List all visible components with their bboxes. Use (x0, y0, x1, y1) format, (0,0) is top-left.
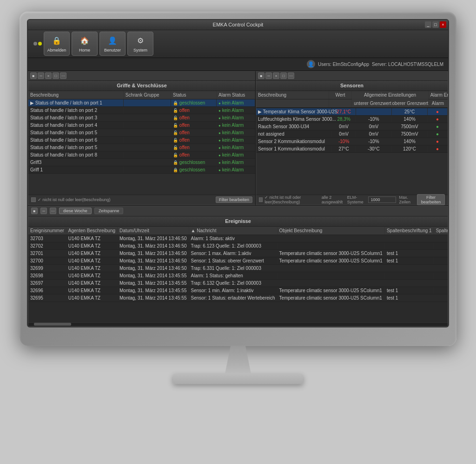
ereignisse-cell-nr: 32702 (28, 242, 66, 249)
sensoren-table-row[interactable]: Sensor 2 Kommunikationsmodul -10% -10% 1… (256, 137, 448, 145)
zeitspanne-btn[interactable]: Zeitspanne (94, 208, 124, 214)
griffe-table-row[interactable]: Status of handle / latch on port 5 🔓 off… (28, 129, 255, 136)
griffe-col-beschreibung[interactable]: Beschreibung (28, 91, 123, 99)
ereignisse-table-row[interactable]: 32702 U140 EMKA TZ Montag, 31. März 2014… (28, 242, 448, 249)
sensoren-hdr-beschreibung[interactable]: Beschreibung (256, 91, 329, 99)
ereignisse-cell-agent: U140 EMKA TZ (66, 294, 117, 301)
sensoren-tb-btn2[interactable]: ─ (265, 72, 272, 79)
minimize-button[interactable]: _ (425, 21, 431, 28)
ereignisse-scrollbar-thumb[interactable] (34, 323, 71, 326)
ereignisse-scrollbar[interactable] (28, 322, 448, 326)
sensoren-hdr-oberer[interactable]: oberer Grenzwert (390, 99, 428, 107)
griffe-filter-checkbox[interactable] (31, 197, 36, 202)
ereignisse-col-nr[interactable]: Ereignisnummer (28, 227, 66, 235)
griffe-filter-btn[interactable]: Filter bearbeiten (216, 196, 252, 203)
system-button[interactable]: ⚙ System (127, 32, 153, 56)
griffe-cell-gruppe (123, 144, 171, 151)
griffe-table-row[interactable]: Status of handle / latch on port 3 🔓 off… (28, 114, 255, 121)
griffe-cell-status: 🔓 offen (171, 114, 217, 121)
sensoren-alle-label: alle 2 ausgewählt (322, 195, 344, 204)
sensoren-cell-beschreibung: Sensor 2 Kommunikationsmodul (256, 137, 332, 145)
title-bar: EMKA Control Cockpit _ □ × (28, 20, 448, 30)
griffe-table-row[interactable]: Status of handle / latch on port 5 🔓 off… (28, 144, 255, 151)
griffe-table-row[interactable]: Status of handle / latch on port 8 🔓 off… (28, 151, 255, 158)
sensoren-table-row[interactable]: not assigned 0mV 0mV 7500mV ● (256, 130, 448, 137)
ereignisse-col-sp1[interactable]: Spaltenbeschriftung 1 (384, 227, 434, 235)
sensoren-hdr-alarm[interactable]: Alarm Ere... (428, 91, 447, 99)
ereignisse-table-row[interactable]: 32697 U140 EMKA TZ Montag, 31. März 2014… (28, 279, 448, 287)
sensoren-title-text: Sensoren (340, 83, 364, 88)
ereignisse-tb-btn3[interactable]: ⋯ (50, 208, 56, 214)
griffe-col-status[interactable]: Status (171, 91, 217, 99)
ereignisse-cell-nachricht: Trap: 6.123 Quelle: 1: Ziel 000003 (189, 242, 277, 249)
ereignisse-col-datum[interactable]: Datum/Uhrzeit (118, 227, 189, 235)
griffe-col-gruppe[interactable]: Schrank Gruppe (123, 91, 171, 99)
ereignisse-table-row[interactable]: 32698 U140 EMKA TZ Montag, 31. März 2014… (28, 272, 448, 279)
home-button[interactable]: 🏠 Home (72, 32, 98, 56)
benutzer-button[interactable]: 👤 Benutzer (99, 32, 126, 56)
griffe-cell-gruppe (123, 129, 171, 136)
system-icon: ⚙ (135, 35, 146, 46)
sensoren-table-row[interactable]: Rauch Sensor 3000-U34 0mV 0mV 7500mV ● (256, 123, 448, 130)
griffe-tb-btn1[interactable]: ■ (30, 72, 37, 79)
maximize-button[interactable]: □ (432, 21, 439, 28)
ereignisse-cell-nachricht: Sensor: 1 Status: erlaubter Wertebereich (189, 294, 277, 301)
app-title: EMKA Control Cockpit (213, 22, 264, 27)
griffe-tb-btn3[interactable]: × (45, 72, 52, 79)
griffe-table-row[interactable]: Griff3 🔒 geschlossen ● kein Alarm (28, 158, 255, 166)
sensoren-tb-btn1[interactable]: ■ (258, 72, 264, 79)
ereignisse-cell-objekt (277, 272, 384, 279)
ereignisse-tb-btn2[interactable]: ─ (40, 208, 47, 214)
abmelden-button[interactable]: 🔒 Abmelden (44, 32, 70, 56)
ereignisse-table-row[interactable]: 32701 U140 EMKA TZ Montag, 31. März 2014… (28, 249, 448, 257)
griffe-table-row[interactable]: Status of handle / latch on port 2 🔓 off… (28, 106, 255, 114)
sensoren-tb-btn4[interactable]: □ (280, 72, 287, 79)
main-content: ■ ─ × □ ⋯ Griffe & Verschlüsse (28, 71, 448, 327)
ereignisse-toolbar: ■ ─ ⋯ diese Woche Zeitspanne (28, 206, 448, 216)
sensoren-filter-btn[interactable]: Filter bearbeiten (417, 194, 445, 205)
sensoren-tb-btn3[interactable]: × (273, 72, 279, 79)
ereignisse-table-row[interactable]: 32700 U140 EMKA TZ Montag, 31. März 2014… (28, 257, 448, 264)
monitor-outer: EMKA Control Cockpit _ □ × 🔒 A (20, 12, 456, 346)
ereignisse-col-objekt[interactable]: Objekt Beschreibung (277, 227, 384, 235)
ereignisse-table-row[interactable]: 32699 U140 EMKA TZ Montag, 31. März 2014… (28, 264, 448, 272)
close-button[interactable]: × (440, 21, 446, 28)
sensoren-hdr-alarm2[interactable]: Alarm (428, 99, 447, 107)
sensoren-elm-input[interactable] (368, 196, 396, 203)
ereignisse-table-row[interactable]: 32703 U140 EMKA TZ Montag, 31. März 2014… (28, 235, 448, 242)
griffe-table-row[interactable]: Griff 1 🔒 geschlossen ● kein Alarm (28, 166, 255, 173)
ereignisse-cell-agent: U140 EMKA TZ (66, 264, 117, 272)
sensoren-cell-oberer: 140% (391, 115, 427, 123)
ereignisse-col-nachricht[interactable]: ▲ Nachricht (189, 227, 277, 235)
sensoren-table-row[interactable]: Luftfeuchtigkeits Klima Sensor 3000... 2… (256, 115, 448, 123)
sensoren-hdr-unterer[interactable]: unterer Grenzwert (352, 99, 390, 107)
sensoren-tb-btn5[interactable]: ⋯ (288, 72, 294, 79)
griffe-table-row[interactable]: Status of handle / latch on port 4 🔓 off… (28, 121, 255, 129)
sensoren-table-row[interactable]: ▶ Temperatur Klima Sensor 3000-U2S 27,1°… (256, 108, 448, 116)
ereignisse-tb-btn1[interactable]: ■ (31, 208, 38, 214)
ereignisse-table-row[interactable]: 32696 U140 EMKA TZ Montag, 31. März 2014… (28, 287, 448, 294)
griffe-col-alarm[interactable]: Alarm Status (217, 91, 255, 99)
griffe-tb-btn4[interactable]: □ (53, 72, 59, 79)
ereignisse-table-scroll[interactable]: Ereignisnummer Agenten Beschreibung Datu… (28, 227, 448, 322)
griffe-cell-gruppe (123, 151, 171, 158)
sensoren-hdr-wert[interactable]: Wert (329, 91, 351, 99)
home-label: Home (79, 48, 90, 52)
sensoren-filter-checkbox[interactable] (259, 197, 263, 202)
griffe-table-row[interactable]: Status of handle / latch on port 6 🔓 off… (28, 136, 255, 144)
abmelden-icon: 🔒 (51, 35, 62, 46)
sensoren-header-table: Beschreibung Wert Allgemeine Einstellung… (256, 91, 448, 108)
ereignisse-cell-agent: U140 EMKA TZ (66, 272, 117, 279)
sensoren-table-scroll[interactable]: ▶ Temperatur Klima Sensor 3000-U2S 27,1°… (256, 108, 448, 195)
griffe-table-row[interactable]: ▶ Status of handle / latch on port 1 🔒 g… (28, 99, 255, 106)
ereignisse-col-agent[interactable]: Agenten Beschreibung (66, 227, 117, 235)
griffe-tb-btn2[interactable]: ─ (38, 72, 44, 79)
ereignisse-col-s1[interactable]: Spalte 1 (434, 227, 448, 235)
griffe-tb-btn5[interactable]: ⋯ (60, 72, 66, 79)
griffe-cell-beschreibung: Status of handle / latch on port 5 (28, 129, 123, 136)
sensoren-table-row[interactable]: Sensor 1 Kommunikationsmodul 27°C -30°C … (256, 145, 448, 152)
griffe-cell-status: 🔓 offen (171, 106, 217, 114)
diese-woche-btn[interactable]: diese Woche (59, 208, 92, 214)
griffe-table-scroll[interactable]: Beschreibung Schrank Gruppe Status Alarm… (28, 91, 255, 195)
ereignisse-table-row[interactable]: 32695 U140 EMKA TZ Montag, 31. März 2014… (28, 294, 448, 301)
